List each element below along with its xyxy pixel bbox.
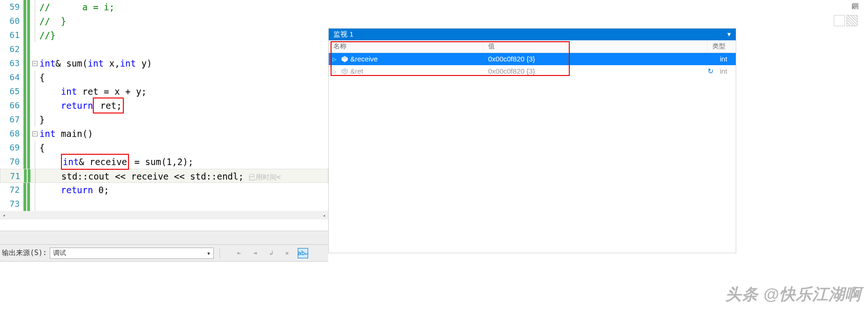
map-mode-icon[interactable] — [834, 15, 845, 26]
perf-tip[interactable]: 已用时间< — [249, 173, 281, 181]
watch-title-bar[interactable]: 监视 1 ▾ — [329, 29, 736, 40]
code-line[interactable]: int& receive = sum(1,2); — [39, 155, 193, 169]
line-number: 69 — [0, 141, 23, 155]
highlight-ret: ret; — [93, 98, 123, 113]
line-number: 72 — [0, 183, 23, 197]
output-toolbar: 输出来源(S): 调试 ▾ ⇤ ⇥ ↲ ✕ ab↵ — [0, 245, 328, 262]
fold-toggle[interactable]: − — [30, 56, 39, 70]
line-number: 64 — [0, 70, 23, 84]
dropdown-icon[interactable]: ▾ — [727, 30, 731, 39]
line-number: 63 — [0, 56, 23, 70]
output-source-label: 输出来源(S): — [2, 249, 47, 257]
code-line[interactable]: { — [39, 70, 45, 84]
line-number: 62 — [0, 42, 23, 56]
line-number: 73 — [0, 197, 23, 211]
line-number: 65 — [0, 84, 23, 98]
scroll-left-icon[interactable]: ◂ — [320, 211, 328, 219]
code-line[interactable]: //} — [39, 28, 55, 42]
code-line[interactable]: } — [39, 113, 45, 127]
clear-icon[interactable]: ✕ — [282, 248, 292, 258]
fold-toggle[interactable]: − — [30, 127, 39, 141]
watch-name[interactable]: &receive — [349, 53, 483, 65]
line-number: 67 — [0, 113, 23, 127]
line-number: 71 — [0, 169, 24, 182]
col-name[interactable]: 名称 — [329, 40, 483, 53]
horizontal-scrollbar[interactable]: ▾ ◂ — [0, 211, 328, 219]
line-number: 66 — [0, 98, 23, 113]
word-wrap-icon[interactable]: ↲ — [266, 248, 276, 258]
chevron-down-icon: ▾ — [207, 249, 211, 257]
variable-icon — [340, 53, 349, 65]
expander-icon[interactable]: ▷ — [329, 65, 340, 77]
expander-icon[interactable]: ▷ — [329, 53, 340, 65]
toggle-wordwrap-icon[interactable]: ab↵ — [298, 248, 308, 258]
watch-panel: 监视 1 ▾ 名称 值 类型 ▷ &receive 0x00c0f820 {3}… — [328, 28, 736, 253]
watch-value[interactable]: 0x00c0f820 {3} — [483, 65, 708, 77]
variable-icon — [340, 65, 349, 77]
change-gutter — [23, 0, 26, 14]
watch-type: int — [717, 65, 736, 77]
watch-title: 监视 1 — [333, 30, 354, 39]
refresh-icon[interactable] — [708, 53, 717, 65]
watch-row[interactable]: ▷ &ret 0x00c0f820 {3} ↻ int — [329, 65, 736, 77]
watch-row[interactable]: ▷ &receive 0x00c0f820 {3} int — [329, 53, 736, 65]
line-number: 70 — [0, 155, 23, 169]
watch-name[interactable]: &ret — [349, 65, 483, 77]
indent-right-icon[interactable]: ⇥ — [250, 248, 260, 258]
col-type[interactable]: 类型 — [708, 40, 736, 53]
dock-label[interactable]: 錮 — [852, 2, 859, 11]
line-number: 61 — [0, 28, 23, 42]
code-line[interactable]: // } — [39, 14, 66, 28]
watch-value[interactable]: 0x00c0f820 {3} — [483, 53, 708, 65]
code-line[interactable]: int ret = x + y; — [39, 84, 147, 98]
watch-header: 名称 值 类型 — [329, 40, 736, 53]
watch-type: int — [717, 53, 736, 65]
code-line[interactable]: return 0; — [39, 183, 109, 197]
col-value[interactable]: 值 — [483, 40, 708, 53]
split-view-icon[interactable] — [846, 15, 858, 26]
code-line[interactable]: // a = i; — [39, 0, 114, 14]
line-number: 68 — [0, 127, 23, 141]
line-number: 59 — [0, 0, 23, 14]
refresh-icon[interactable]: ↻ — [708, 65, 717, 77]
right-dock: 錮 — [842, 0, 868, 28]
scroll-down-icon[interactable]: ▾ — [0, 211, 8, 219]
indent-left-icon[interactable]: ⇤ — [234, 248, 244, 258]
code-line[interactable]: int& sum(int x,int y) — [39, 56, 152, 70]
panel-divider[interactable] — [0, 231, 328, 245]
line-number: 60 — [0, 14, 23, 28]
code-editor[interactable]: 59 // a = i; 60 // } 61 //} 62 63 − int&… — [0, 0, 328, 211]
code-line[interactable]: { — [39, 141, 45, 155]
watermark: 头条 @快乐江湖啊 — [725, 284, 861, 305]
code-line[interactable]: return ret; — [39, 98, 124, 113]
code-line[interactable]: int main() — [39, 127, 93, 141]
output-source-select[interactable]: 调试 ▾ — [50, 248, 214, 259]
highlight-receive-decl: int& receive — [61, 154, 129, 170]
code-line-current[interactable]: std::cout << receive << std::endl;已用时间< — [40, 169, 281, 182]
fold-gutter — [30, 0, 39, 14]
